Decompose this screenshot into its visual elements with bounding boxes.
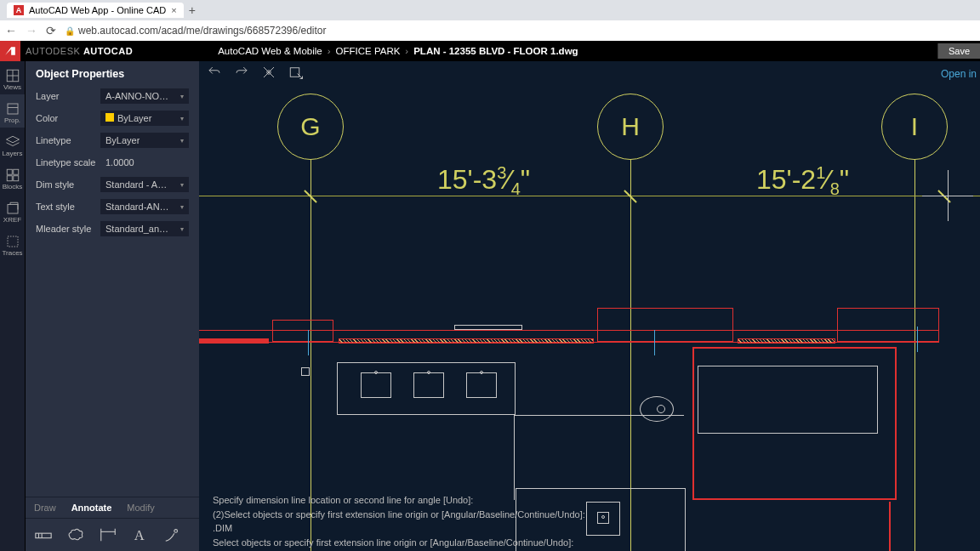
tab-title: AutoCAD Web App - Online CAD: [29, 5, 166, 15]
revcloud-icon[interactable]: [66, 525, 85, 544]
redo-icon[interactable]: [233, 65, 250, 80]
lock-icon: 🔒: [65, 26, 75, 36]
svg-rect-9: [13, 176, 18, 181]
rail-blocks[interactable]: Blocks: [0, 161, 25, 194]
cmd-line: (2)Select objects or specify first exten…: [213, 508, 973, 522]
dimstyle-dropdown[interactable]: Standard - ANNOTA...▾: [100, 177, 189, 192]
tab-modify[interactable]: Modify: [127, 503, 154, 513]
url-field[interactable]: 🔒 web.autocad.com/acad/me/drawings/66857…: [65, 25, 975, 37]
svg-rect-11: [8, 236, 18, 247]
address-bar: ← → ⟳ 🔒 web.autocad.com/acad/me/drawings…: [0, 20, 980, 41]
select-icon[interactable]: [260, 65, 277, 80]
dim-text-2: 15'-21⁄8": [756, 163, 849, 199]
chevron-right-icon: ›: [405, 46, 408, 56]
svg-marker-5: [6, 136, 19, 143]
grid-bubble-i: I: [881, 94, 948, 160]
browser-tab[interactable]: A AutoCAD Web App - Online CAD ×: [7, 3, 184, 18]
drawing-canvas[interactable]: Open in G H I 15'-33⁄4" 15'-21⁄8": [199, 61, 980, 551]
prop-row-color: Color ByLayer▾: [26, 107, 199, 129]
tab-bar: A AutoCAD Web App - Online CAD × +: [0, 0, 980, 20]
grid-bubble-g: G: [277, 94, 344, 160]
cmd-line: .DIM: [213, 521, 973, 536]
command-log: Specify dimension line location or secon…: [206, 490, 980, 551]
rail-xref[interactable]: XREF: [0, 194, 25, 227]
rail-layers[interactable]: Layers: [0, 128, 25, 161]
prop-row-ltscale: Linetype scale 1.0000: [26, 151, 199, 173]
leader-icon[interactable]: [163, 525, 182, 544]
app-brand: AUTODESK AUTOCAD: [20, 46, 133, 56]
tab-close-icon[interactable]: ×: [171, 5, 176, 15]
layer-dropdown[interactable]: A-ANNO-NOTE FUR...▾: [100, 88, 189, 104]
chevron-down-icon: ▾: [180, 181, 184, 189]
rail-properties[interactable]: Prop.: [0, 94, 25, 128]
color-swatch: [105, 113, 114, 122]
svg-text:A: A: [134, 527, 145, 543]
properties-panel: Object Properties Layer A-ANNO-NOTE FUR.…: [26, 61, 199, 551]
save-button[interactable]: Save: [937, 43, 980, 59]
open-in-link[interactable]: Open in: [941, 68, 977, 80]
tab-annotate[interactable]: Annotate: [71, 503, 112, 513]
chevron-down-icon: ▾: [180, 137, 184, 145]
prop-row-dimstyle: Dim style Standard - ANNOTA...▾: [26, 173, 199, 196]
svg-rect-7: [13, 169, 18, 174]
chevron-down-icon: ▾: [180, 93, 184, 100]
reload-icon[interactable]: ⟳: [46, 24, 56, 37]
canvas-toolbar: [206, 65, 305, 80]
dim-line: [199, 196, 980, 196]
back-icon[interactable]: ←: [5, 24, 17, 37]
new-tab-icon[interactable]: +: [189, 3, 196, 17]
tab-favicon: A: [14, 5, 24, 15]
chevron-right-icon: ›: [328, 46, 331, 56]
cad-viewport[interactable]: G H I 15'-33⁄4" 15'-21⁄8": [199, 61, 980, 551]
forward-icon[interactable]: →: [26, 24, 37, 37]
dimension-icon[interactable]: [99, 525, 117, 544]
breadcrumb: AutoCAD Web & Mobile › OFFICE PARK › PLA…: [218, 46, 578, 56]
svg-rect-10: [8, 205, 18, 214]
autodesk-logo[interactable]: [0, 41, 20, 61]
svg-rect-3: [8, 104, 18, 114]
ltscale-input[interactable]: 1.0000: [100, 155, 189, 170]
linetype-dropdown[interactable]: ByLayer▾: [100, 133, 189, 148]
tab-draw[interactable]: Draw: [34, 503, 56, 513]
chevron-down-icon: ▾: [180, 225, 184, 233]
chevron-down-icon: ▾: [180, 203, 184, 211]
chevron-down-icon: ▾: [180, 115, 184, 122]
prop-row-mleader: Mleader style Standard_annotati...▾: [26, 218, 199, 240]
color-dropdown[interactable]: ByLayer▾: [100, 111, 189, 126]
crumb-folder[interactable]: OFFICE PARK: [336, 46, 401, 56]
crumb-root[interactable]: AutoCAD Web & Mobile: [218, 46, 322, 56]
cmd-line: Select objects or specify first extensio…: [213, 536, 973, 550]
crumb-file: PLAN - 12355 BLVD - FLOOR 1.dwg: [413, 46, 578, 56]
mleader-dropdown[interactable]: Standard_annotati...▾: [100, 221, 189, 236]
prop-row-textstyle: Text style Standard-ANNOTAT...▾: [26, 196, 199, 218]
app-header: AUTODESK AUTOCAD AutoCAD Web & Mobile › …: [0, 41, 980, 61]
svg-rect-12: [36, 533, 51, 538]
browser-chrome: A AutoCAD Web App - Online CAD × + ← → ⟳…: [0, 0, 980, 41]
textstyle-dropdown[interactable]: Standard-ANNOTAT...▾: [100, 199, 189, 214]
svg-rect-23: [290, 68, 299, 77]
url-text: web.autocad.com/acad/me/drawings/6685723…: [78, 25, 327, 37]
dim-tick: [937, 190, 951, 203]
prop-row-linetype: Linetype ByLayer▾: [26, 129, 199, 151]
svg-rect-6: [7, 169, 12, 174]
dim-text-1: 15'-33⁄4": [437, 163, 530, 199]
tool-rail: Views Prop. Layers Blocks XREF Traces: [0, 61, 26, 551]
hatch: [339, 338, 594, 344]
rail-views[interactable]: Views: [0, 61, 25, 94]
svg-point-19: [174, 530, 178, 533]
cmd-line: Specify dimension line location or secon…: [213, 493, 973, 508]
undo-icon[interactable]: [206, 65, 223, 80]
svg-rect-8: [7, 176, 12, 181]
annotate-tools: A: [26, 519, 199, 551]
text-icon[interactable]: A: [131, 525, 150, 544]
panel-tabs: Draw Annotate Modify: [26, 497, 199, 519]
tape-icon[interactable]: [34, 525, 53, 544]
panel-title: Object Properties: [26, 61, 199, 85]
prop-row-layer: Layer A-ANNO-NOTE FUR...▾: [26, 85, 199, 107]
grid-bubble-h: H: [597, 94, 664, 160]
window-select-icon[interactable]: [288, 65, 305, 80]
rail-traces[interactable]: Traces: [0, 227, 25, 260]
